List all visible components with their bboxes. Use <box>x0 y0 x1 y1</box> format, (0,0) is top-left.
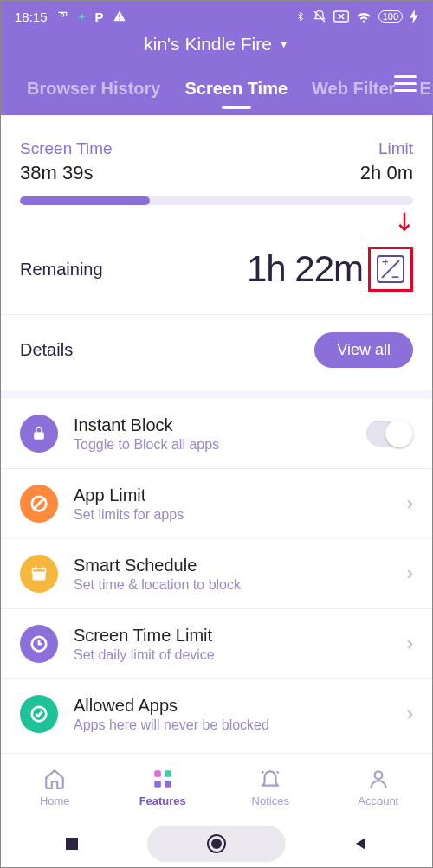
charging-icon <box>410 10 418 23</box>
wifi-icon <box>356 10 372 23</box>
limit-label: Limit <box>378 139 413 158</box>
list-item-screen-time-limit[interactable]: Screen Time Limit Set daily limit of dev… <box>1 609 432 679</box>
svg-rect-20 <box>165 781 171 788</box>
remaining-row: Remaining 1h 22m +− <box>1 224 432 315</box>
home-icon <box>43 767 66 791</box>
bottom-tab-bar: Home Features Notices Account <box>1 753 432 820</box>
remaining-label: Remaining <box>20 260 103 280</box>
instant-block-toggle[interactable] <box>366 421 413 447</box>
bell-icon <box>259 767 281 791</box>
recent-apps-button[interactable] <box>64 836 80 852</box>
list-item-instant-block: Instant Block Toggle to Block all apps <box>1 399 432 469</box>
device-title: kin's Kindle Fire <box>144 34 272 55</box>
top-tabs: Browser History Screen Time Web Filter E… <box>1 61 432 115</box>
bluetooth-icon <box>295 10 306 23</box>
check-circle-icon <box>20 695 58 733</box>
chevron-right-icon: › <box>407 703 413 725</box>
svg-rect-17 <box>154 770 161 777</box>
nav-notices-label: Notices <box>252 794 289 807</box>
warning-icon <box>113 10 126 23</box>
svg-rect-12 <box>33 569 46 572</box>
features-icon <box>152 767 174 791</box>
cast-icon <box>56 10 68 23</box>
chevron-right-icon: › <box>407 633 413 655</box>
details-label: Details <box>20 340 73 360</box>
svg-point-21 <box>374 771 382 779</box>
screen-time-value: 38m 39s <box>20 162 93 184</box>
nav-home-label: Home <box>40 794 70 807</box>
nav-home[interactable]: Home <box>1 754 109 820</box>
svg-point-0 <box>61 14 64 17</box>
block-icon <box>20 485 58 523</box>
instant-block-sub: Toggle to Block all apps <box>74 437 366 453</box>
p-icon: P <box>95 10 104 24</box>
limit-value: 2h 0m <box>360 162 413 184</box>
svg-point-24 <box>212 839 221 848</box>
screen-time-label: Screen Time <box>20 139 113 158</box>
calendar-icon <box>20 555 58 593</box>
clock-text: 18:15 <box>15 10 48 24</box>
allowed-apps-sub: Apps here will never be blocked <box>74 717 407 733</box>
smart-schedule-sub: Set time & location to block <box>74 577 407 593</box>
tab-screen-time[interactable]: Screen Time <box>173 79 301 99</box>
clock-icon <box>20 625 58 663</box>
svg-rect-1 <box>119 14 120 17</box>
allowed-apps-title: Allowed Apps <box>74 696 407 716</box>
system-nav-bar <box>1 820 432 867</box>
annotation-highlight-box: +− <box>368 247 413 292</box>
adjust-time-icon[interactable]: +− <box>377 255 404 283</box>
usage-bar-fill <box>20 196 150 205</box>
app-limit-sub: Set limits for apps <box>74 507 407 523</box>
device-selector[interactable]: kin's Kindle Fire ▼ <box>1 27 432 61</box>
app-header: 18:15 ✦ P 100 <box>1 1 432 115</box>
screen-time-limit-sub: Set daily limit of device <box>74 647 407 663</box>
nav-account[interactable]: Account <box>325 754 433 820</box>
caret-down-icon: ▼ <box>279 38 289 50</box>
mute-icon <box>313 10 326 23</box>
chevron-right-icon: › <box>407 492 413 515</box>
screen-time-card: Screen Time Limit 38m 39s 2h 0m <box>1 115 432 224</box>
app-limit-title: App Limit <box>74 485 407 505</box>
usage-bar <box>20 196 413 205</box>
remaining-value: 1h 22m <box>247 248 363 290</box>
details-row: Details View all <box>1 315 432 390</box>
list-item-allowed-apps[interactable]: Allowed Apps Apps here will never be blo… <box>1 679 432 749</box>
main-content: Screen Time Limit 38m 39s 2h 0m Remainin… <box>1 115 432 749</box>
chevron-right-icon: › <box>407 563 413 585</box>
battery-indicator: 100 <box>378 10 403 23</box>
lock-icon <box>20 415 58 453</box>
back-button[interactable] <box>353 836 369 852</box>
svg-rect-2 <box>119 19 120 20</box>
list-item-app-limit[interactable]: App Limit Set limits for apps › <box>1 469 432 539</box>
status-bar: 18:15 ✦ P 100 <box>1 1 432 27</box>
svg-rect-8 <box>34 432 44 439</box>
account-icon <box>367 767 390 791</box>
menu-button[interactable] <box>394 75 417 92</box>
svg-rect-18 <box>165 770 171 777</box>
tab-web-filter[interactable]: Web Filter <box>300 79 407 99</box>
nav-features[interactable]: Features <box>109 754 217 820</box>
screen-time-limit-title: Screen Time Limit <box>74 626 407 646</box>
sync-icon: ✦ <box>77 10 87 23</box>
nav-account-label: Account <box>358 794 398 807</box>
nav-features-label: Features <box>139 794 186 807</box>
view-all-button[interactable]: View all <box>314 332 413 368</box>
section-divider <box>1 390 432 399</box>
list-item-smart-schedule[interactable]: Smart Schedule Set time & location to bl… <box>1 539 432 609</box>
svg-line-10 <box>34 498 45 510</box>
nav-notices[interactable]: Notices <box>216 754 325 820</box>
settings-list: Instant Block Toggle to Block all apps A… <box>1 399 432 749</box>
svg-rect-22 <box>66 838 78 850</box>
tab-browser-history[interactable]: Browser History <box>15 79 173 99</box>
box-x-icon <box>333 10 349 23</box>
home-button[interactable] <box>205 833 228 855</box>
svg-rect-19 <box>154 781 161 788</box>
smart-schedule-title: Smart Schedule <box>74 556 407 575</box>
instant-block-title: Instant Block <box>74 415 366 435</box>
svg-line-7 <box>396 213 413 230</box>
